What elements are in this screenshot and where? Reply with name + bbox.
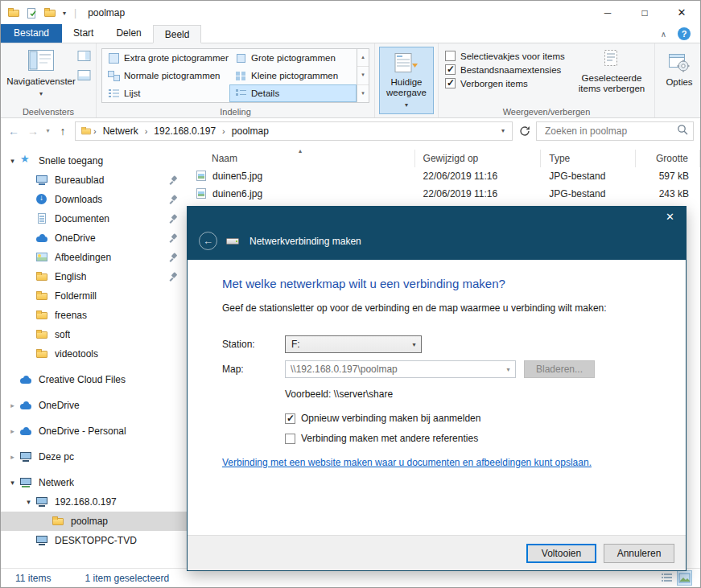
options-button[interactable]: Opties xyxy=(658,46,700,113)
pin-icon xyxy=(168,194,178,205)
sidebar-item-desktoppc-tvd[interactable]: DESKTOPPC-TVD xyxy=(1,531,188,550)
hide-selected-items-button[interactable]: Geselecteerde items verbergen xyxy=(573,46,650,97)
refresh-icon[interactable] xyxy=(515,125,534,137)
expander-open-icon[interactable] xyxy=(6,157,19,165)
details-view-toggle-icon[interactable] xyxy=(659,570,674,586)
sidebar-item-poolmap[interactable]: poolmap xyxy=(1,512,188,531)
close-button[interactable]: ✕ xyxy=(663,1,700,25)
cancel-button[interactable]: Annuleren xyxy=(604,544,674,563)
current-view-button[interactable]: Huidige weergave ▾ xyxy=(379,47,434,114)
checkbox-icon xyxy=(285,434,295,444)
view-option-details[interactable]: Details xyxy=(229,84,357,102)
view-option-large-icons[interactable]: Grote pictogrammen xyxy=(229,49,357,67)
qat-customize-dropdown-icon[interactable]: ▾ xyxy=(63,10,66,17)
tab-delen[interactable]: Delen xyxy=(105,24,152,43)
address-bar[interactable]: › Netwerk › 192.168.0.197 › poolmap ▾ xyxy=(75,121,513,141)
connect-website-link[interactable]: Verbinding met een website maken waar u … xyxy=(222,457,592,468)
drive-letter-select[interactable]: F: ▾ xyxy=(285,335,422,353)
sidebar-item-onedrive[interactable]: OneDrive xyxy=(1,396,188,415)
history-dropdown-icon[interactable]: ▾ xyxy=(43,127,53,134)
minimize-button[interactable]: ─ xyxy=(589,1,626,25)
sidebar-item-onedrive-personal[interactable]: OneDrive - Personal xyxy=(1,421,188,441)
tab-beeld[interactable]: Beeld xyxy=(153,25,202,43)
cloud-icon xyxy=(19,399,33,412)
folder-icon xyxy=(35,347,49,360)
column-header-gewijzigd-op[interactable]: Gewijzigd op xyxy=(415,150,542,167)
column-header-grootte[interactable]: Grootte xyxy=(636,150,700,167)
network-drive-icon xyxy=(226,235,241,247)
back-button[interactable]: ← xyxy=(4,125,23,138)
credentials-checkbox[interactable]: Verbinding maken met andere referenties xyxy=(285,433,654,444)
titlebar: ▾ | poolmap ─ □ ✕ xyxy=(1,1,700,25)
sidebar-item-netwerk[interactable]: Netwerk xyxy=(1,473,188,492)
column-header-naam[interactable]: ▴ Naam xyxy=(188,150,415,167)
sidebar-item-deze-pc[interactable]: Deze pc xyxy=(1,447,188,467)
pin-icon xyxy=(168,271,178,282)
sidebar-item-foldermill[interactable]: Foldermill xyxy=(1,286,188,306)
checkbox-checked-icon xyxy=(445,64,456,75)
help-icon[interactable]: ? xyxy=(678,27,691,40)
sidebar-item-creative-cloud-files[interactable]: Creative Cloud Files xyxy=(1,370,188,389)
expander-closed-icon[interactable] xyxy=(6,427,19,435)
reconnect-checkbox[interactable]: Opnieuw verbinding maken bij aanmelden xyxy=(285,413,654,424)
sidebar-item-english[interactable]: English xyxy=(1,267,188,286)
checkbox-item-selectievakjes[interactable]: Selectievakjes voor items xyxy=(445,51,568,61)
view-option-medium-icons[interactable]: Normale pictogrammen xyxy=(102,67,229,84)
gallery-scroll-up-icon[interactable]: ▴ xyxy=(357,49,369,67)
file-row-duinen5[interactable]: duinen5.jpg 22/06/2019 11:16 JPG-bestand… xyxy=(188,167,700,185)
gallery-scroll-down-icon[interactable]: ▾ xyxy=(357,67,369,84)
group-opties: Opties xyxy=(655,43,701,117)
checkbox-bestandsnaamextensies[interactable]: Bestandsnaamextensies xyxy=(445,64,568,75)
checkbox-verborgen-items[interactable]: Verborgen items xyxy=(445,78,568,88)
sidebar-item-snelle-toegang[interactable]: Snelle toegang xyxy=(1,151,188,171)
folder-path-input[interactable] xyxy=(286,363,501,376)
checkbox-checked-icon xyxy=(285,413,295,424)
forward-button[interactable]: → xyxy=(23,125,43,138)
expander-open-icon[interactable] xyxy=(6,479,19,487)
breadcrumb-192-168-0-197[interactable]: 192.168.0.197 xyxy=(147,125,222,137)
sidebar-item-videotools[interactable]: videotools xyxy=(1,344,188,364)
view-option-list[interactable]: Lijst xyxy=(102,84,229,102)
dialog-body: Met welke netwerkmap wilt u een verbindi… xyxy=(188,260,686,535)
details-pane-icon[interactable] xyxy=(77,69,92,84)
view-option-extra-large-icons[interactable]: Extra grote pictogrammen xyxy=(102,49,229,67)
breadcrumb-poolmap[interactable]: poolmap xyxy=(225,125,275,137)
dialog-close-icon[interactable]: ✕ xyxy=(666,211,674,223)
sidebar-item-onedrive-pinned[interactable]: OneDrive xyxy=(1,228,188,248)
sidebar-item-bureaublad[interactable]: Bureaublad xyxy=(1,171,188,190)
browse-button[interactable]: Bladeren... xyxy=(524,360,595,378)
up-button[interactable]: ↑ xyxy=(53,125,72,138)
folder-path-combobox[interactable]: ▾ xyxy=(285,360,516,378)
file-row-duinen6[interactable]: duinen6.jpg 22/06/2019 11:16 JPG-bestand… xyxy=(188,185,700,203)
expander-closed-icon[interactable] xyxy=(6,401,19,409)
sidebar-item-afbeeldingen[interactable]: Afbeeldingen xyxy=(1,248,188,267)
tab-start[interactable]: Start xyxy=(62,24,105,43)
sidebar-item-downloads[interactable]: Downloads xyxy=(1,190,188,209)
search-icon[interactable] xyxy=(677,124,688,138)
tab-bestand[interactable]: Bestand xyxy=(1,24,62,43)
sidebar-item-192-168-0-197[interactable]: 192.168.0.197 xyxy=(1,492,188,512)
search-box[interactable] xyxy=(536,121,694,141)
expander-closed-icon[interactable] xyxy=(6,453,19,461)
expander-open-icon[interactable] xyxy=(22,498,35,506)
sidebar-item-documenten[interactable]: Documenten xyxy=(1,209,188,228)
gallery-more-icon[interactable]: ▾ xyxy=(357,85,369,102)
finish-button[interactable]: Voltooien xyxy=(526,544,596,563)
ribbon-collapse-icon[interactable]: ∧ xyxy=(661,30,666,39)
search-input[interactable] xyxy=(543,125,677,138)
preview-pane-icon[interactable] xyxy=(77,50,92,65)
column-header-type[interactable]: Type xyxy=(541,150,636,167)
sidebar-item-soft[interactable]: soft xyxy=(1,325,188,344)
breadcrumb-netwerk[interactable]: Netwerk xyxy=(97,125,145,137)
view-option-small-icons[interactable]: Kleine pictogrammen xyxy=(229,67,357,84)
maximize-button[interactable]: □ xyxy=(626,1,663,25)
sidebar-item-freenas[interactable]: freenas xyxy=(1,306,188,325)
dialog-back-button[interactable]: ← xyxy=(199,232,217,250)
properties-icon[interactable] xyxy=(27,7,38,19)
navigation-pane: Snelle toegang Bureaublad Downloads Docu… xyxy=(1,143,188,568)
address-dropdown-icon[interactable]: ▾ xyxy=(494,127,512,134)
medium-icons-icon xyxy=(108,70,120,81)
thumbnail-view-toggle-icon[interactable] xyxy=(677,570,692,586)
new-folder-icon[interactable] xyxy=(43,6,57,19)
navigation-pane-button[interactable]: Navigatievenster ▾ xyxy=(5,46,77,101)
